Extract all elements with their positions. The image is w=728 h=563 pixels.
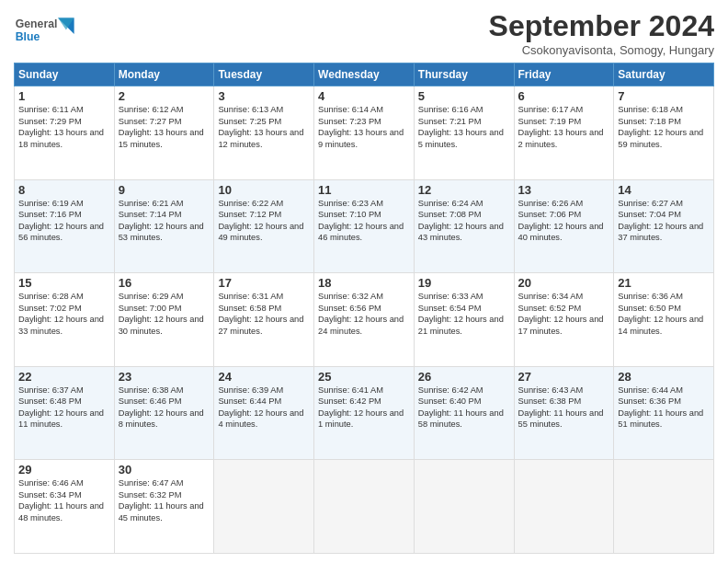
sunset: Sunset: 6:48 PM	[18, 396, 82, 406]
sunset: Sunset: 7:16 PM	[18, 210, 82, 219]
sunrise: Sunrise: 6:39 AM	[218, 385, 283, 395]
day-number: 10	[218, 183, 310, 197]
sunrise: Sunrise: 6:16 AM	[418, 105, 483, 114]
sunrise: Sunrise: 6:47 AM	[119, 478, 184, 488]
calendar-cell: 16 Sunrise: 6:29 AM Sunset: 7:00 PM Dayl…	[114, 273, 214, 367]
sunset: Sunset: 6:38 PM	[518, 396, 582, 406]
sunset: Sunset: 6:36 PM	[618, 396, 681, 406]
daylight-label: Daylight: 12 hours and 33 minutes.	[18, 315, 104, 336]
calendar-cell: 1 Sunrise: 6:11 AM Sunset: 7:29 PM Dayli…	[15, 86, 115, 180]
sunrise: Sunrise: 6:28 AM	[18, 292, 84, 301]
day-number: 18	[318, 276, 410, 290]
col-thursday: Thursday	[414, 63, 514, 86]
calendar-cell: 10 Sunrise: 6:22 AM Sunset: 7:12 PM Dayl…	[214, 179, 314, 273]
day-info: Sunrise: 6:39 AM Sunset: 6:44 PM Dayligh…	[218, 385, 310, 431]
sunrise: Sunrise: 6:36 AM	[618, 292, 683, 301]
sunrise: Sunrise: 6:13 AM	[218, 105, 283, 114]
sunset: Sunset: 6:40 PM	[418, 396, 482, 406]
sunset: Sunset: 7:12 PM	[218, 210, 281, 219]
day-info: Sunrise: 6:17 AM Sunset: 7:19 PM Dayligh…	[518, 104, 610, 150]
sunrise: Sunrise: 6:21 AM	[119, 199, 184, 208]
day-number: 9	[119, 183, 210, 197]
day-number: 30	[119, 463, 210, 477]
calendar-cell: 6 Sunrise: 6:17 AM Sunset: 7:19 PM Dayli…	[514, 86, 614, 180]
sunrise: Sunrise: 6:24 AM	[418, 199, 483, 208]
daylight-label: Daylight: 12 hours and 43 minutes.	[418, 222, 504, 243]
sunrise: Sunrise: 6:18 AM	[618, 105, 683, 114]
day-info: Sunrise: 6:38 AM Sunset: 6:46 PM Dayligh…	[119, 385, 210, 431]
calendar-table: Sunday Monday Tuesday Wednesday Thursday…	[14, 63, 714, 554]
calendar-cell: 9 Sunrise: 6:21 AM Sunset: 7:14 PM Dayli…	[114, 179, 214, 273]
day-number: 28	[618, 370, 710, 384]
daylight-label: Daylight: 13 hours and 12 minutes.	[218, 128, 303, 149]
sunset: Sunset: 7:27 PM	[119, 117, 182, 126]
sunrise: Sunrise: 6:19 AM	[18, 199, 84, 208]
col-friday: Friday	[514, 63, 614, 86]
daylight-label: Daylight: 13 hours and 18 minutes.	[18, 128, 104, 149]
sunset: Sunset: 7:00 PM	[119, 304, 182, 313]
sunset: Sunset: 7:19 PM	[518, 117, 582, 126]
calendar-cell: 25 Sunrise: 6:41 AM Sunset: 6:42 PM Dayl…	[314, 366, 415, 460]
calendar-cell: 18 Sunrise: 6:32 AM Sunset: 6:56 PM Dayl…	[314, 273, 415, 367]
day-info: Sunrise: 6:29 AM Sunset: 7:00 PM Dayligh…	[119, 291, 210, 337]
daylight-label: Daylight: 12 hours and 21 minutes.	[418, 315, 504, 336]
svg-text:Blue: Blue	[16, 30, 40, 43]
daylight-label: Daylight: 12 hours and 49 minutes.	[218, 222, 303, 243]
daylight-label: Daylight: 11 hours and 55 minutes.	[518, 408, 604, 430]
sunrise: Sunrise: 6:34 AM	[518, 292, 584, 301]
calendar-cell: 12 Sunrise: 6:24 AM Sunset: 7:08 PM Dayl…	[414, 179, 514, 273]
daylight-label: Daylight: 12 hours and 4 minutes.	[218, 408, 303, 430]
calendar-cell: 21 Sunrise: 6:36 AM Sunset: 6:50 PM Dayl…	[614, 273, 714, 367]
day-info: Sunrise: 6:26 AM Sunset: 7:06 PM Dayligh…	[518, 198, 610, 244]
page: General Blue September 2024 Csokonyaviso…	[0, 0, 728, 563]
daylight-label: Daylight: 11 hours and 45 minutes.	[119, 501, 204, 523]
daylight-label: Daylight: 13 hours and 2 minutes.	[518, 128, 604, 149]
day-info: Sunrise: 6:21 AM Sunset: 7:14 PM Dayligh…	[119, 198, 210, 244]
day-info: Sunrise: 6:22 AM Sunset: 7:12 PM Dayligh…	[218, 198, 310, 244]
calendar-cell: 26 Sunrise: 6:42 AM Sunset: 6:40 PM Dayl…	[414, 366, 514, 460]
sunrise: Sunrise: 6:41 AM	[318, 385, 383, 395]
day-number: 23	[119, 370, 210, 384]
sunset: Sunset: 7:25 PM	[218, 117, 281, 126]
day-info: Sunrise: 6:36 AM Sunset: 6:50 PM Dayligh…	[618, 291, 710, 337]
calendar-cell: 28 Sunrise: 6:44 AM Sunset: 6:36 PM Dayl…	[614, 366, 714, 460]
sunrise: Sunrise: 6:27 AM	[618, 199, 683, 208]
col-monday: Monday	[114, 63, 214, 86]
day-number: 8	[18, 183, 110, 197]
sunset: Sunset: 6:32 PM	[119, 490, 182, 500]
day-number: 25	[318, 370, 410, 384]
calendar-cell: 24 Sunrise: 6:39 AM Sunset: 6:44 PM Dayl…	[214, 366, 314, 460]
day-number: 16	[119, 276, 210, 290]
daylight-label: Daylight: 12 hours and 59 minutes.	[618, 128, 703, 149]
sunrise: Sunrise: 6:26 AM	[518, 199, 584, 208]
sunrise: Sunrise: 6:11 AM	[18, 105, 84, 114]
day-number: 6	[518, 89, 610, 103]
day-number: 3	[218, 89, 310, 103]
calendar-cell	[214, 460, 314, 554]
day-info: Sunrise: 6:47 AM Sunset: 6:32 PM Dayligh…	[119, 477, 210, 523]
day-number: 26	[418, 370, 510, 384]
day-info: Sunrise: 6:12 AM Sunset: 7:27 PM Dayligh…	[119, 104, 210, 150]
day-info: Sunrise: 6:31 AM Sunset: 6:58 PM Dayligh…	[218, 291, 310, 337]
daylight-label: Daylight: 12 hours and 11 minutes.	[18, 408, 104, 430]
day-number: 12	[418, 183, 510, 197]
daylight-label: Daylight: 12 hours and 14 minutes.	[618, 315, 703, 336]
day-info: Sunrise: 6:28 AM Sunset: 7:02 PM Dayligh…	[18, 291, 110, 337]
day-info: Sunrise: 6:34 AM Sunset: 6:52 PM Dayligh…	[518, 291, 610, 337]
sunrise: Sunrise: 6:17 AM	[518, 105, 584, 114]
day-number: 7	[618, 89, 710, 103]
logo-svg: General Blue	[14, 9, 78, 51]
daylight-label: Daylight: 11 hours and 48 minutes.	[18, 501, 104, 523]
sunrise: Sunrise: 6:43 AM	[518, 385, 584, 395]
calendar-header-row: Sunday Monday Tuesday Wednesday Thursday…	[15, 63, 714, 86]
day-info: Sunrise: 6:37 AM Sunset: 6:48 PM Dayligh…	[18, 385, 110, 431]
day-number: 11	[318, 183, 410, 197]
daylight-label: Daylight: 12 hours and 46 minutes.	[318, 222, 404, 243]
daylight-label: Daylight: 12 hours and 27 minutes.	[218, 315, 303, 336]
day-number: 1	[18, 89, 110, 103]
calendar-cell: 30 Sunrise: 6:47 AM Sunset: 6:32 PM Dayl…	[114, 460, 214, 554]
calendar-cell: 27 Sunrise: 6:43 AM Sunset: 6:38 PM Dayl…	[514, 366, 614, 460]
day-info: Sunrise: 6:41 AM Sunset: 6:42 PM Dayligh…	[318, 385, 410, 431]
daylight-label: Daylight: 13 hours and 9 minutes.	[318, 128, 404, 149]
logo: General Blue	[14, 9, 78, 51]
